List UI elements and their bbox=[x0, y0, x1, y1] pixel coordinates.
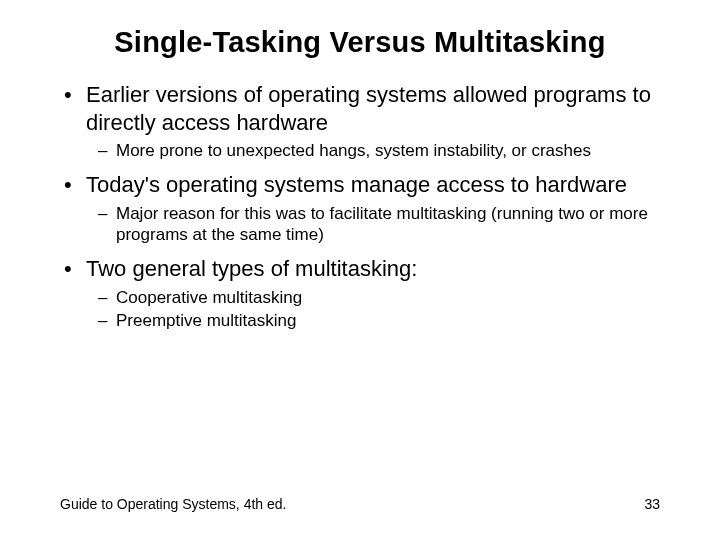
bullet-list: Earlier versions of operating systems al… bbox=[60, 81, 660, 331]
page-number: 33 bbox=[644, 496, 660, 512]
bullet-level1: Two general types of multitasking: bbox=[60, 255, 660, 283]
footer-source: Guide to Operating Systems, 4th ed. bbox=[60, 496, 286, 512]
bullet-level2: Major reason for this was to facilitate … bbox=[60, 203, 660, 246]
bullet-level1: Today's operating systems manage access … bbox=[60, 171, 660, 199]
bullet-level2: More prone to unexpected hangs, system i… bbox=[60, 140, 660, 161]
bullet-level2: Preemptive multitasking bbox=[60, 310, 660, 331]
slide-title: Single-Tasking Versus Multitasking bbox=[60, 26, 660, 59]
footer: Guide to Operating Systems, 4th ed. 33 bbox=[60, 496, 660, 512]
bullet-level1: Earlier versions of operating systems al… bbox=[60, 81, 660, 136]
slide: Single-Tasking Versus Multitasking Earli… bbox=[0, 0, 720, 540]
bullet-level2: Cooperative multitasking bbox=[60, 287, 660, 308]
